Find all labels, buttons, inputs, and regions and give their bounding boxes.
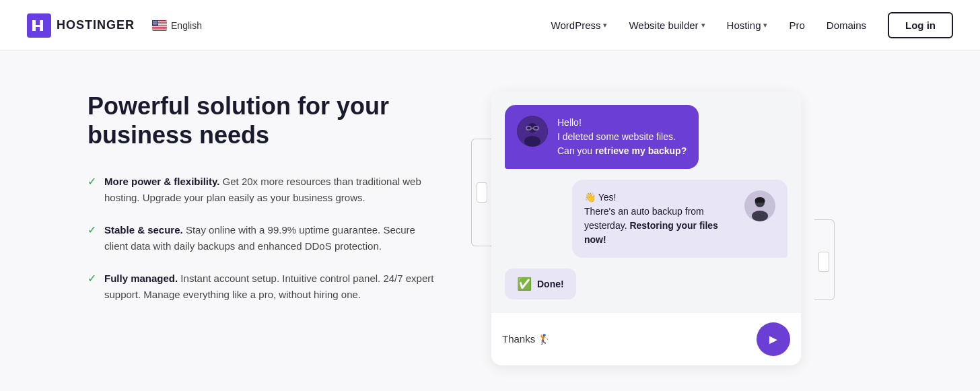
agent-message: 👋 Yes!There's an auto backup fromyesterd… [584, 190, 735, 247]
svg-rect-6 [152, 28, 167, 28]
chat-messages: Hello!I deleted some website files.Can y… [491, 92, 801, 313]
user-message: Hello!I deleted some website files.Can y… [557, 116, 687, 158]
svg-point-35 [752, 211, 768, 221]
chat-widget-area: Hello!I deleted some website files.Can y… [491, 85, 814, 365]
svg-point-13 [157, 21, 158, 22]
feature-text-1: More power & flexibility. Get 20x more r… [104, 174, 438, 206]
svg-point-18 [153, 23, 153, 24]
svg-point-24 [154, 24, 155, 24]
check-icon-2: ✓ [88, 223, 96, 236]
nav-website-builder-label: Website builder [629, 20, 698, 31]
hostinger-logo-icon [27, 13, 51, 38]
feature-text-2: Stable & secure. Stay online with a 99.9… [104, 222, 438, 254]
navbar-left: HOSTINGER [27, 13, 207, 38]
feature-bold-2: Stable & secure. [104, 224, 183, 236]
send-button[interactable]: ► [757, 322, 790, 356]
svg-point-19 [154, 23, 155, 24]
language-label: English [171, 20, 202, 31]
feature-item-3: ✓ Fully managed. Instant account setup. … [88, 271, 438, 303]
deco-square-right [818, 252, 829, 272]
chat-input[interactable] [502, 334, 748, 345]
svg-point-23 [153, 24, 154, 24]
agent-avatar-image [744, 190, 775, 221]
left-side: Powerful solution for your business need… [88, 85, 438, 303]
svg-point-15 [154, 22, 155, 22]
done-check-icon: ✅ [517, 277, 532, 291]
nav-hosting[interactable]: Hosting ▾ [727, 20, 768, 31]
user-avatar [517, 116, 548, 147]
main-content: Powerful solution for your business need… [0, 51, 980, 391]
check-icon-3: ✓ [88, 272, 96, 285]
feature-item-2: ✓ Stable & secure. Stay online with a 99… [88, 222, 438, 254]
chat-bubble-agent: 👋 Yes!There's an auto backup fromyesterd… [572, 180, 788, 258]
nav-wordpress[interactable]: WordPress ▾ [551, 20, 608, 31]
svg-point-21 [156, 23, 157, 24]
feature-text-3: Fully managed. Instant account setup. In… [104, 271, 438, 303]
deco-square-left [477, 182, 487, 203]
chevron-down-icon: ▾ [763, 21, 767, 30]
send-icon: ► [767, 332, 780, 347]
chevron-down-icon: ▾ [603, 21, 607, 30]
svg-point-10 [154, 21, 155, 22]
nav-pro[interactable]: Pro [789, 20, 804, 31]
chat-bubble-done: ✅ Done! [505, 269, 576, 299]
svg-point-22 [157, 23, 158, 24]
login-button[interactable]: Log in [888, 12, 953, 38]
nav-wordpress-label: WordPress [551, 20, 601, 31]
svg-point-20 [155, 23, 155, 24]
chat-bubble-user: Hello!I deleted some website files.Can y… [505, 105, 699, 169]
page-headline: Powerful solution for your business need… [88, 92, 438, 149]
navbar-right: WordPress ▾ Website builder ▾ Hosting ▾ … [551, 12, 953, 38]
nav-website-builder[interactable]: Website builder ▾ [629, 20, 705, 31]
nav-pro-label: Pro [789, 20, 804, 31]
svg-point-9 [153, 21, 153, 22]
svg-point-16 [155, 22, 156, 22]
logo[interactable]: HOSTINGER [27, 13, 135, 38]
logo-text: HOSTINGER [57, 18, 135, 32]
feature-list: ✓ More power & flexibility. Get 20x more… [88, 174, 438, 303]
done-text: Done! [537, 279, 564, 289]
svg-point-17 [156, 22, 157, 22]
user-avatar-image [517, 116, 548, 147]
svg-point-25 [155, 24, 156, 24]
svg-point-11 [155, 21, 155, 22]
chevron-down-icon: ▾ [701, 21, 705, 30]
chat-container: Hello!I deleted some website files.Can y… [491, 92, 801, 365]
svg-point-26 [156, 24, 157, 24]
nav-hosting-label: Hosting [727, 20, 761, 31]
flag-icon [152, 20, 167, 31]
chat-input-area: ► [491, 313, 801, 365]
svg-point-14 [153, 22, 154, 22]
svg-rect-5 [152, 26, 167, 26]
feature-bold-3: Fully managed. [104, 273, 178, 284]
nav-domains[interactable]: Domains [827, 20, 866, 31]
agent-avatar [744, 190, 775, 221]
svg-point-29 [524, 136, 540, 147]
svg-point-12 [156, 21, 157, 22]
check-icon-1: ✓ [88, 175, 96, 188]
feature-item-1: ✓ More power & flexibility. Get 20x more… [88, 174, 438, 206]
language-selector[interactable]: English [147, 17, 207, 34]
agent-bubble-text: 👋 Yes!There's an auto backup fromyesterd… [584, 190, 735, 247]
feature-bold-1: More power & flexibility. [104, 176, 219, 187]
nav-domains-label: Domains [827, 20, 866, 31]
navbar: HOSTINGER [0, 0, 980, 51]
user-bubble-text: Hello!I deleted some website files.Can y… [557, 116, 687, 158]
svg-rect-7 [152, 29, 167, 30]
